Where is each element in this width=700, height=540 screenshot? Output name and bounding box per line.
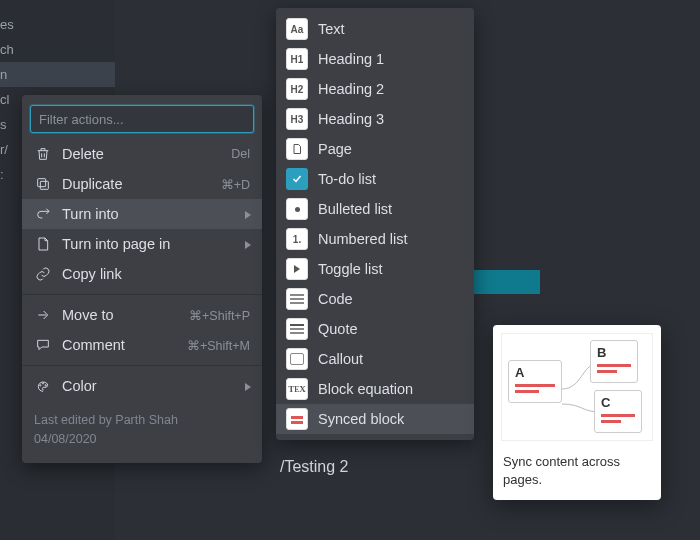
menu-item-turn-into-page-in[interactable]: Turn into page in (22, 229, 262, 259)
block-option-label: Quote (318, 321, 464, 337)
block-option-label: Callout (318, 351, 464, 367)
block-option-page[interactable]: Page (276, 134, 474, 164)
menu-item-label: Turn into (62, 206, 250, 222)
menu-item-turn-into[interactable]: Turn into (22, 199, 262, 229)
page-thumb-icon (286, 138, 308, 160)
page-slash-command[interactable]: /Testing 2 (280, 458, 348, 476)
todo-thumb-icon (286, 168, 308, 190)
block-option-label: To-do list (318, 171, 464, 187)
block-option-label: Block equation (318, 381, 464, 397)
block-option-label: Heading 2 (318, 81, 464, 97)
menu-separator (22, 365, 262, 366)
block-tooltip-card: A B C Sync content across pages. (493, 325, 661, 500)
menu-footer: Last edited by Parth Shah 04/08/2020 (22, 401, 262, 453)
menu-item-label: Comment (62, 337, 187, 353)
block-option-code[interactable]: Code (276, 284, 474, 314)
preview-card-a: A (508, 360, 562, 403)
menu-item-duplicate[interactable]: Duplicate ⌘+D (22, 169, 262, 199)
block-option-label: Heading 1 (318, 51, 464, 67)
menu-item-label: Color (62, 378, 250, 394)
text-thumb-icon: Aa (286, 18, 308, 40)
block-option-heading-1[interactable]: H1 Heading 1 (276, 44, 474, 74)
block-option-toggle[interactable]: Toggle list (276, 254, 474, 284)
menu-item-move-to[interactable]: Move to ⌘+Shift+P (22, 300, 262, 330)
moveto-icon (34, 306, 52, 324)
duplicate-icon (34, 175, 52, 193)
block-option-equation[interactable]: TEX Block equation (276, 374, 474, 404)
shortcut: ⌘+Shift+M (187, 338, 250, 353)
svg-rect-1 (38, 179, 46, 187)
shortcut: ⌘+D (221, 177, 250, 192)
menu-item-delete[interactable]: Delete Del (22, 139, 262, 169)
last-edited-by: Last edited by Parth Shah (34, 411, 250, 430)
svg-point-4 (45, 385, 46, 386)
block-option-label: Heading 3 (318, 111, 464, 127)
h3-thumb-icon: H3 (286, 108, 308, 130)
block-option-callout[interactable]: Callout (276, 344, 474, 374)
synced-thumb-icon (286, 408, 308, 430)
tooltip-description: Sync content across pages. (493, 449, 661, 500)
shortcut: Del (231, 147, 250, 161)
block-option-label: Toggle list (318, 261, 464, 277)
menu-item-color[interactable]: Color (22, 371, 262, 401)
h1-thumb-icon: H1 (286, 48, 308, 70)
block-option-heading-3[interactable]: H3 Heading 3 (276, 104, 474, 134)
page-icon (34, 235, 52, 253)
trash-icon (34, 145, 52, 163)
block-option-label: Bulleted list (318, 201, 464, 217)
block-option-synced-block[interactable]: Synced block (276, 404, 474, 434)
block-option-label: Synced block (318, 411, 464, 427)
menu-item-label: Copy link (62, 266, 250, 282)
chevron-right-icon (244, 378, 252, 394)
toggle-thumb-icon (286, 258, 308, 280)
block-option-label: Code (318, 291, 464, 307)
chevron-right-icon (244, 236, 252, 252)
block-option-label: Text (318, 21, 464, 37)
svg-rect-0 (40, 181, 48, 189)
tooltip-preview: A B C (501, 333, 653, 441)
block-option-numbered[interactable]: 1. Numbered list (276, 224, 474, 254)
block-option-label: Numbered list (318, 231, 464, 247)
menu-item-label: Move to (62, 307, 189, 323)
last-edited-date: 04/08/2020 (34, 430, 250, 449)
menu-item-label: Delete (62, 146, 231, 162)
callout-thumb-icon (286, 348, 308, 370)
tex-thumb-icon: TEX (286, 378, 308, 400)
shortcut: ⌘+Shift+P (189, 308, 250, 323)
turn-into-submenu: Aa Text H1 Heading 1 H2 Heading 2 H3 Hea… (276, 8, 474, 440)
comment-icon (34, 336, 52, 354)
bullet-thumb-icon (286, 198, 308, 220)
menu-item-label: Duplicate (62, 176, 221, 192)
preview-card-b: B (590, 340, 638, 383)
block-option-todo[interactable]: To-do list (276, 164, 474, 194)
turninto-icon (34, 205, 52, 223)
code-thumb-icon (286, 288, 308, 310)
menu-item-label: Turn into page in (62, 236, 250, 252)
block-option-label: Page (318, 141, 464, 157)
block-option-text[interactable]: Aa Text (276, 14, 474, 44)
block-option-bulleted[interactable]: Bulleted list (276, 194, 474, 224)
menu-item-copy-link[interactable]: Copy link (22, 259, 262, 289)
block-option-quote[interactable]: Quote (276, 314, 474, 344)
block-context-menu: Delete Del Duplicate ⌘+D Turn into Turn … (22, 95, 262, 463)
svg-point-2 (40, 385, 41, 386)
menu-separator (22, 294, 262, 295)
chevron-right-icon (244, 206, 252, 222)
h2-thumb-icon: H2 (286, 78, 308, 100)
preview-card-c: C (594, 390, 642, 433)
color-icon (34, 377, 52, 395)
filter-actions-input[interactable] (30, 105, 254, 133)
svg-point-3 (42, 383, 43, 384)
menu-item-comment[interactable]: Comment ⌘+Shift+M (22, 330, 262, 360)
link-icon (34, 265, 52, 283)
block-option-heading-2[interactable]: H2 Heading 2 (276, 74, 474, 104)
quote-thumb-icon (286, 318, 308, 340)
numbered-thumb-icon: 1. (286, 228, 308, 250)
